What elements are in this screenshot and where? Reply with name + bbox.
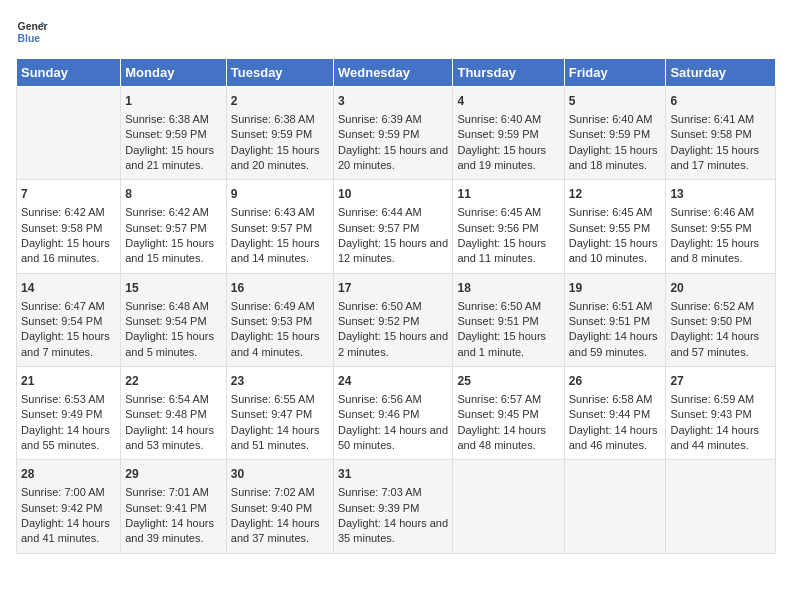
sunrise: Sunrise: 6:54 AM — [125, 393, 209, 405]
sunrise: Sunrise: 6:44 AM — [338, 206, 422, 218]
daylight: Daylight: 15 hours and 19 minutes. — [457, 144, 546, 171]
day-number: 11 — [457, 186, 559, 203]
calendar-cell — [564, 460, 666, 553]
daylight: Daylight: 15 hours and 20 minutes. — [231, 144, 320, 171]
sunset: Sunset: 9:59 PM — [338, 128, 419, 140]
daylight: Daylight: 14 hours and 53 minutes. — [125, 424, 214, 451]
calendar-cell: 17Sunrise: 6:50 AMSunset: 9:52 PMDayligh… — [333, 273, 452, 366]
sunset: Sunset: 9:57 PM — [125, 222, 206, 234]
daylight: Daylight: 14 hours and 55 minutes. — [21, 424, 110, 451]
week-row-4: 28Sunrise: 7:00 AMSunset: 9:42 PMDayligh… — [17, 460, 776, 553]
daylight: Daylight: 14 hours and 48 minutes. — [457, 424, 546, 451]
calendar-cell: 29Sunrise: 7:01 AMSunset: 9:41 PMDayligh… — [121, 460, 227, 553]
day-header-wednesday: Wednesday — [333, 59, 452, 87]
sunset: Sunset: 9:56 PM — [457, 222, 538, 234]
sunrise: Sunrise: 6:38 AM — [125, 113, 209, 125]
sunrise: Sunrise: 6:46 AM — [670, 206, 754, 218]
sunrise: Sunrise: 6:52 AM — [670, 300, 754, 312]
calendar-cell: 20Sunrise: 6:52 AMSunset: 9:50 PMDayligh… — [666, 273, 776, 366]
sunrise: Sunrise: 6:39 AM — [338, 113, 422, 125]
day-number: 29 — [125, 466, 222, 483]
calendar-cell: 8Sunrise: 6:42 AMSunset: 9:57 PMDaylight… — [121, 180, 227, 273]
sunrise: Sunrise: 6:45 AM — [569, 206, 653, 218]
calendar-cell: 22Sunrise: 6:54 AMSunset: 9:48 PMDayligh… — [121, 367, 227, 460]
day-header-monday: Monday — [121, 59, 227, 87]
sunset: Sunset: 9:51 PM — [569, 315, 650, 327]
daylight: Daylight: 15 hours and 18 minutes. — [569, 144, 658, 171]
sunset: Sunset: 9:41 PM — [125, 502, 206, 514]
sunrise: Sunrise: 6:55 AM — [231, 393, 315, 405]
week-row-0: 1Sunrise: 6:38 AMSunset: 9:59 PMDaylight… — [17, 87, 776, 180]
logo: General Blue — [16, 16, 52, 48]
calendar-cell: 10Sunrise: 6:44 AMSunset: 9:57 PMDayligh… — [333, 180, 452, 273]
daylight: Daylight: 14 hours and 59 minutes. — [569, 330, 658, 357]
day-number: 8 — [125, 186, 222, 203]
sunset: Sunset: 9:52 PM — [338, 315, 419, 327]
daylight: Daylight: 15 hours and 15 minutes. — [125, 237, 214, 264]
daylight: Daylight: 15 hours and 4 minutes. — [231, 330, 320, 357]
day-number: 31 — [338, 466, 448, 483]
day-header-saturday: Saturday — [666, 59, 776, 87]
daylight: Daylight: 15 hours and 8 minutes. — [670, 237, 759, 264]
calendar-cell: 5Sunrise: 6:40 AMSunset: 9:59 PMDaylight… — [564, 87, 666, 180]
sunset: Sunset: 9:46 PM — [338, 408, 419, 420]
sunrise: Sunrise: 7:01 AM — [125, 486, 209, 498]
calendar-cell: 30Sunrise: 7:02 AMSunset: 9:40 PMDayligh… — [226, 460, 333, 553]
day-header-friday: Friday — [564, 59, 666, 87]
daylight: Daylight: 14 hours and 39 minutes. — [125, 517, 214, 544]
sunrise: Sunrise: 6:38 AM — [231, 113, 315, 125]
daylight: Daylight: 15 hours and 20 minutes. — [338, 144, 448, 171]
sunset: Sunset: 9:57 PM — [338, 222, 419, 234]
calendar-cell — [17, 87, 121, 180]
calendar-cell: 12Sunrise: 6:45 AMSunset: 9:55 PMDayligh… — [564, 180, 666, 273]
day-number: 26 — [569, 373, 662, 390]
daylight: Daylight: 14 hours and 57 minutes. — [670, 330, 759, 357]
calendar-cell: 15Sunrise: 6:48 AMSunset: 9:54 PMDayligh… — [121, 273, 227, 366]
sunrise: Sunrise: 6:40 AM — [457, 113, 541, 125]
day-header-sunday: Sunday — [17, 59, 121, 87]
day-number: 23 — [231, 373, 329, 390]
daylight: Daylight: 15 hours and 12 minutes. — [338, 237, 448, 264]
daylight: Daylight: 15 hours and 1 minute. — [457, 330, 546, 357]
sunrise: Sunrise: 6:48 AM — [125, 300, 209, 312]
daylight: Daylight: 15 hours and 17 minutes. — [670, 144, 759, 171]
sunrise: Sunrise: 6:51 AM — [569, 300, 653, 312]
day-number: 14 — [21, 280, 116, 297]
sunset: Sunset: 9:58 PM — [670, 128, 751, 140]
sunset: Sunset: 9:50 PM — [670, 315, 751, 327]
daylight: Daylight: 14 hours and 37 minutes. — [231, 517, 320, 544]
daylight: Daylight: 15 hours and 21 minutes. — [125, 144, 214, 171]
sunrise: Sunrise: 6:50 AM — [338, 300, 422, 312]
day-number: 12 — [569, 186, 662, 203]
sunset: Sunset: 9:59 PM — [231, 128, 312, 140]
day-number: 15 — [125, 280, 222, 297]
sunrise: Sunrise: 6:41 AM — [670, 113, 754, 125]
sunset: Sunset: 9:45 PM — [457, 408, 538, 420]
sunset: Sunset: 9:53 PM — [231, 315, 312, 327]
header-row: SundayMondayTuesdayWednesdayThursdayFrid… — [17, 59, 776, 87]
calendar-cell: 28Sunrise: 7:00 AMSunset: 9:42 PMDayligh… — [17, 460, 121, 553]
daylight: Daylight: 15 hours and 16 minutes. — [21, 237, 110, 264]
sunrise: Sunrise: 6:57 AM — [457, 393, 541, 405]
sunset: Sunset: 9:54 PM — [21, 315, 102, 327]
day-number: 13 — [670, 186, 771, 203]
daylight: Daylight: 14 hours and 44 minutes. — [670, 424, 759, 451]
week-row-1: 7Sunrise: 6:42 AMSunset: 9:58 PMDaylight… — [17, 180, 776, 273]
day-number: 5 — [569, 93, 662, 110]
calendar-cell: 25Sunrise: 6:57 AMSunset: 9:45 PMDayligh… — [453, 367, 564, 460]
calendar-cell: 16Sunrise: 6:49 AMSunset: 9:53 PMDayligh… — [226, 273, 333, 366]
sunrise: Sunrise: 7:00 AM — [21, 486, 105, 498]
sunset: Sunset: 9:59 PM — [457, 128, 538, 140]
daylight: Daylight: 15 hours and 7 minutes. — [21, 330, 110, 357]
calendar-cell: 6Sunrise: 6:41 AMSunset: 9:58 PMDaylight… — [666, 87, 776, 180]
daylight: Daylight: 14 hours and 50 minutes. — [338, 424, 448, 451]
day-number: 9 — [231, 186, 329, 203]
daylight: Daylight: 15 hours and 14 minutes. — [231, 237, 320, 264]
calendar-cell: 7Sunrise: 6:42 AMSunset: 9:58 PMDaylight… — [17, 180, 121, 273]
sunset: Sunset: 9:59 PM — [569, 128, 650, 140]
calendar-cell: 18Sunrise: 6:50 AMSunset: 9:51 PMDayligh… — [453, 273, 564, 366]
day-header-tuesday: Tuesday — [226, 59, 333, 87]
sunrise: Sunrise: 6:59 AM — [670, 393, 754, 405]
day-number: 19 — [569, 280, 662, 297]
day-header-thursday: Thursday — [453, 59, 564, 87]
